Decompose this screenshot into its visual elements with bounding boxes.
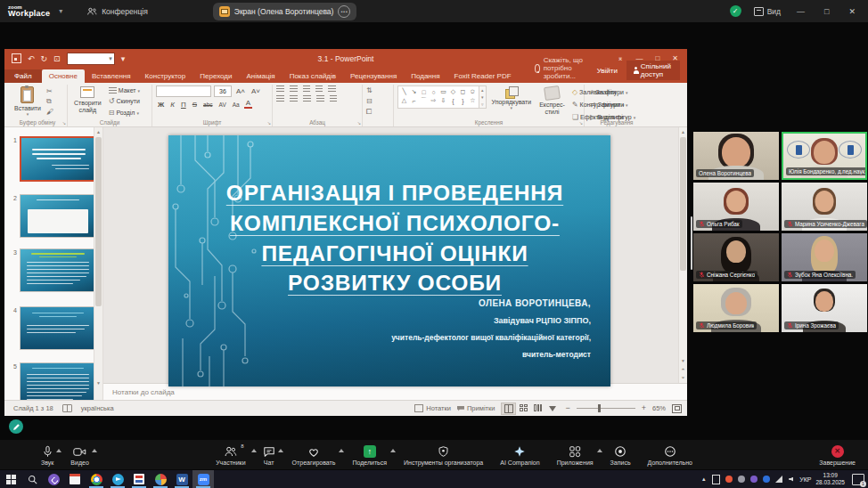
scroll-up-icon[interactable]: ▲ — [94, 127, 102, 136]
tab-transitions[interactable]: Переходи — [192, 69, 239, 83]
zoom-window-minimize[interactable]: — — [793, 7, 808, 16]
underline-button[interactable]: П — [179, 101, 188, 109]
video-tile[interactable]: Сніжана Сергієнко — [693, 233, 779, 281]
copy-icon[interactable]: ⧉ — [46, 97, 53, 106]
tab-home[interactable]: Основне — [42, 69, 85, 83]
format-painter-icon[interactable]: 🖌 — [46, 108, 53, 116]
audio-options-chevron[interactable] — [56, 449, 61, 452]
qat-combobox[interactable]: ▾ — [67, 53, 115, 65]
normal-view-button[interactable] — [501, 403, 516, 415]
save-icon[interactable] — [12, 53, 21, 63]
share-screen-button[interactable]: ↑ Поделиться — [352, 444, 387, 466]
callout-shape-icon[interactable]: ◻ — [458, 87, 468, 96]
smartart-icon[interactable]: ⧠ — [366, 108, 389, 117]
star1-shape-icon[interactable]: ✩ — [468, 87, 478, 96]
tab-design[interactable]: Конструктор — [138, 69, 193, 83]
tray-viber-icon[interactable] — [749, 476, 757, 484]
tray-messenger-icon[interactable] — [762, 476, 770, 484]
video-button[interactable]: Видео — [70, 444, 88, 466]
text-direction-icon[interactable]: ⇅ — [366, 86, 389, 94]
video-options-chevron[interactable] — [92, 449, 97, 452]
video-tile[interactable]: Олена Воротинцева — [693, 132, 779, 180]
font-dialog-launcher[interactable]: ↘ — [267, 120, 271, 126]
chat-options-chevron[interactable] — [278, 449, 283, 452]
share-options-chevron[interactable] — [390, 449, 396, 452]
taskbar-search-button[interactable] — [21, 470, 43, 488]
arrow-right-shape-icon[interactable]: ⇨ — [429, 96, 438, 105]
participants-options-chevron[interactable] — [251, 449, 257, 452]
zoom-window-maximize[interactable]: □ — [821, 7, 832, 16]
tab-insert[interactable]: Вставлення — [85, 69, 138, 83]
qat-customize-icon[interactable]: ▾ — [121, 54, 126, 63]
brace-close-shape-icon[interactable]: } — [458, 96, 468, 105]
scrollbar-thumb[interactable] — [95, 137, 102, 306]
curve-shape-icon[interactable]: ⌒ — [419, 96, 429, 105]
spellcheck-icon[interactable] — [62, 404, 72, 412]
taskbar-telegram-button[interactable] — [107, 470, 128, 488]
action-center-button[interactable]: 1 — [852, 474, 864, 485]
participants-button[interactable]: Участники 8 — [216, 444, 245, 466]
cut-icon[interactable]: ✂ — [46, 87, 53, 95]
ppt-share-button[interactable]: Спільний доступ — [626, 61, 680, 80]
scroll-down-icon[interactable]: ▼ — [94, 378, 102, 387]
italic-button[interactable]: К — [168, 101, 176, 109]
align-center-icon[interactable] — [290, 95, 298, 102]
slide-thumbnail-1[interactable]: 1 — [10, 136, 99, 182]
tell-me-box[interactable]: Скажіть, що потрібно зробити... — [535, 56, 597, 83]
tab-view[interactable]: Подання — [404, 69, 446, 83]
zoom-percentage[interactable]: 65% — [652, 404, 666, 412]
font-color-button[interactable]: A — [244, 100, 252, 109]
diag-shape-icon[interactable]: ◇ — [448, 87, 458, 96]
zoom-out-button[interactable]: − — [565, 404, 569, 412]
tab-foxit[interactable]: Foxit Reader PDF — [447, 69, 519, 83]
paragraph-dialog-launcher[interactable]: ↘ — [357, 120, 361, 126]
numbering-icon[interactable] — [290, 85, 298, 92]
video-tile-active-speaker[interactable]: Юлія Бондаренко, д.пед.наук, — [782, 132, 867, 180]
columns-icon[interactable] — [330, 95, 337, 102]
clock[interactable]: 13:09 28.03.2025 — [815, 472, 845, 486]
audio-button[interactable]: Звук — [41, 444, 53, 466]
quick-styles-button[interactable]: Експрес- стилі — [536, 85, 568, 117]
taskbar-calendar-button[interactable] — [64, 470, 86, 488]
arrow-shape-icon[interactable]: ↘ — [409, 87, 419, 96]
previous-slide-button[interactable]: ⏶ — [681, 366, 684, 372]
volume-icon[interactable] — [787, 476, 795, 484]
decrease-indent-icon[interactable] — [303, 85, 310, 92]
shadow-button[interactable]: abc — [201, 102, 214, 108]
zoom-slider[interactable] — [577, 408, 635, 409]
drawing-dialog-launcher[interactable]: ↘ — [579, 120, 583, 126]
paste-button[interactable]: Вставити ▾ — [12, 85, 44, 118]
react-button[interactable]: Отреагировать — [292, 444, 336, 466]
increase-indent-icon[interactable] — [315, 85, 323, 92]
strikethrough-button[interactable]: S — [191, 101, 199, 109]
justify-icon[interactable] — [316, 95, 324, 102]
taskbar-chrome-button[interactable] — [86, 470, 107, 488]
slide-thumbnail-4[interactable]: 4 — [10, 306, 99, 350]
tab-meeting[interactable]: Конференція — [80, 4, 155, 19]
line-spacing-icon[interactable] — [328, 85, 336, 92]
zoom-in-button[interactable]: + — [642, 404, 646, 412]
video-tile[interactable]: Людмила Боровик — [693, 284, 779, 332]
language-indicator[interactable]: УКР — [799, 476, 811, 483]
record-button[interactable]: Запись — [610, 444, 631, 466]
video-tile[interactable]: Ірина Зрожаєва — [782, 284, 867, 332]
slide-editing-area[interactable]: ОРГАНІЗАЦІЯ І ПРОВЕДЕННЯ КОМПЛЕКСНОЇ ПСИ… — [103, 127, 687, 383]
tab-animations[interactable]: Анімація — [239, 69, 282, 83]
tab-slideshow[interactable]: Показ слайдів — [283, 69, 343, 83]
shapes-gallery[interactable]: ╲↘□○▭◇◻✩ △⌐⌒⇨⇩{}☆ — [397, 85, 479, 109]
scroll-up-icon[interactable]: ▲ — [679, 127, 687, 136]
reset-button[interactable]: ↺Скинути — [107, 96, 142, 106]
security-shield-icon[interactable]: ✓ — [730, 5, 741, 17]
end-meeting-button[interactable]: ✕ Завершение — [819, 444, 856, 466]
apps-options-chevron[interactable] — [597, 449, 602, 452]
reading-view-button[interactable] — [531, 403, 545, 413]
arrow-down-shape-icon[interactable]: ⇩ — [438, 96, 448, 105]
round-rect-shape-icon[interactable]: ▭ — [438, 87, 448, 96]
comments-toggle-button[interactable]: Примітки — [457, 404, 495, 412]
next-slide-button[interactable]: ⏷ — [681, 375, 684, 381]
triangle-shape-icon[interactable]: △ — [399, 96, 409, 105]
tab-shared-screen[interactable]: Экран (Олена Воротинцева) ••• — [213, 3, 357, 20]
brand-chevron-icon[interactable]: ▾ — [59, 7, 62, 15]
scrollbar-thumb[interactable] — [680, 137, 686, 271]
language-indicator[interactable]: українська — [81, 404, 114, 412]
